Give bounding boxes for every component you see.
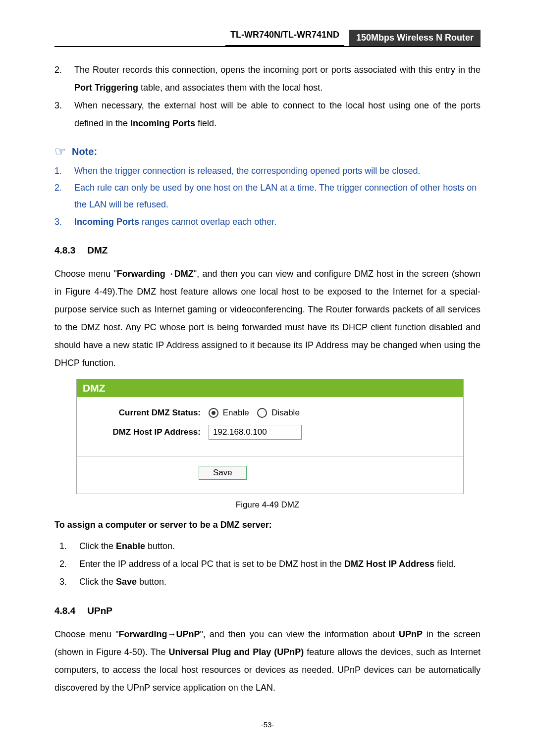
note-list: 1. When the trigger connection is releas… [54,162,481,230]
item-text: When the trigger connection is released,… [74,162,481,179]
item-text: Click the Save button. [79,573,481,591]
page: TL-WR740N/TL-WR741ND 150Mbps Wireless N … [0,0,535,749]
status-label: Current DMZ Status: [87,408,209,418]
upnp-paragraph: Choose menu "Forwarding→UPnP", and then … [54,625,481,697]
item-number: 2. [54,61,74,97]
radio-dot-icon [212,411,215,415]
list-item: 3. Incoming Ports ranges cannot overlap … [54,213,481,230]
note-header: ☞ Note: [54,144,481,159]
item-number: 1. [54,162,74,179]
section-number: 4.8.4 [54,605,75,616]
item-number: 2. [54,179,74,213]
status-row: Current DMZ Status: Enable Disable [87,408,453,418]
section-heading-dmz: 4.8.3DMZ [54,245,481,256]
item-number: 3. [54,213,74,230]
item-text: Each rule can only be used by one host o… [74,179,481,213]
panel-title: DMZ [77,379,463,397]
radio-disable-label: Disable [271,408,300,417]
save-button[interactable]: Save [199,466,247,480]
panel-body: Current DMZ Status: Enable Disable DMZ H… [77,397,463,457]
list-item: 1. Click the Enable button. [59,537,481,555]
section-number: 4.8.3 [54,245,75,255]
list-item: 2. Each rule can only be used by one hos… [54,179,481,213]
header-rule [54,46,481,47]
dmz-config-panel: DMZ Current DMZ Status: Enable Disable D… [76,379,464,495]
item-text: Click the Enable button. [79,537,481,555]
item-number: 3. [54,97,74,132]
list-item: 1. When the trigger connection is releas… [54,162,481,179]
pointing-hand-icon: ☞ [54,144,66,159]
status-options: Enable Disable [209,408,300,418]
item-text: When necessary, the external host will b… [74,97,481,132]
continued-list: 2. The Router records this connection, o… [54,61,481,132]
page-header: TL-WR740N/TL-WR741ND 150Mbps Wireless N … [54,30,481,46]
section-title: UPnP [87,605,112,616]
dmz-paragraph: Choose menu "Forwarding→DMZ", and then y… [54,265,481,372]
list-item: 2. Enter the IP address of a local PC th… [59,555,481,573]
list-item: 3. When necessary, the external host wil… [54,97,481,132]
list-item: 2. The Router records this connection, o… [54,61,481,97]
radio-enable-label: Enable [223,408,249,417]
page-number: -53- [54,720,481,729]
ip-row: DMZ Host IP Address: [87,425,453,440]
item-number: 3. [59,573,79,591]
assign-steps: 1. Click the Enable button. 2. Enter the… [59,537,481,591]
ip-label: DMZ Host IP Address: [87,427,209,437]
item-text: The Router records this connection, open… [74,61,481,97]
section-title: DMZ [87,245,107,255]
dmz-ip-input[interactable] [209,425,302,440]
assign-subhead: To assign a computer or server to be a D… [54,520,481,530]
radio-enable[interactable] [209,408,218,418]
figure-caption: Figure 4-49 DMZ [54,500,481,510]
item-text: Incoming Ports ranges cannot overlap eac… [74,213,481,230]
item-number: 1. [59,537,79,555]
section-heading-upnp: 4.8.4UPnP [54,605,481,616]
model-number: TL-WR740N/TL-WR741ND [225,30,344,46]
list-item: 3. Click the Save button. [59,573,481,591]
item-number: 2. [59,555,79,573]
product-name: 150Mbps Wireless N Router [349,30,481,46]
note-label: Note: [72,146,97,157]
radio-disable[interactable] [257,408,267,418]
item-text: Enter the IP address of a local PC that … [79,555,481,573]
panel-footer: Save [77,456,463,494]
